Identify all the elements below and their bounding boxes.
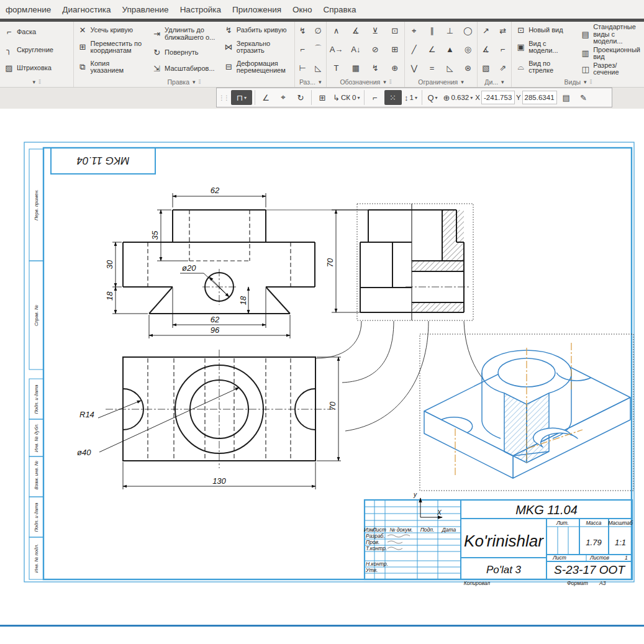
grid-toggle-button[interactable]: ⊞ <box>314 90 330 105</box>
ortho-toggle-button[interactable]: ⌐ <box>367 90 383 105</box>
angle-snap-button[interactable]: ∠ <box>258 90 274 105</box>
section-line-icon[interactable]: ⊘ <box>367 41 384 58</box>
projection-view-button[interactable]: ▥ Проекционный вид <box>578 46 642 61</box>
trim-curve-button[interactable]: ✕ Усечь кривую <box>76 25 150 35</box>
radial-dimension-icon[interactable]: ⌒ <box>311 41 325 58</box>
group-expand-caret[interactable]: ▾ <box>584 79 587 85</box>
side-section-view[interactable] <box>357 204 473 320</box>
group-expand-caret[interactable]: ▾ <box>501 79 504 85</box>
menu-item-spravka[interactable]: Справка <box>317 2 361 17</box>
align-icon[interactable]: ╱ <box>406 41 422 58</box>
parallel-icon[interactable]: ∥ <box>424 22 440 39</box>
linear-dimension-icon[interactable]: ⌐ <box>295 41 310 58</box>
deform-button[interactable]: ⊟ Деформация перемещением <box>222 60 293 75</box>
auto-constraints-icon[interactable]: ⊛ <box>460 60 476 76</box>
group-expand-caret[interactable]: ▾ <box>193 79 196 85</box>
chamfer-label: Фаска <box>17 29 36 35</box>
group-grip[interactable]: ⁞⁞ <box>199 79 201 85</box>
measure-node-icon[interactable]: ⌐ <box>496 41 510 58</box>
group-grip[interactable]: ⁞⁞ <box>590 79 592 85</box>
local-snap-icon: ⌖ <box>281 93 285 102</box>
zoom-selector[interactable]: ⊕ 0.632 ▾ <box>442 90 474 105</box>
roughness-icon[interactable]: ∧ <box>328 22 345 39</box>
view-by-arrow-button[interactable]: ⌓ Вид по стрелке <box>514 60 578 75</box>
cursor-x-input[interactable]: -241.753 <box>481 91 515 104</box>
rounding-icon: ⁙ <box>389 93 396 102</box>
local-snap-button[interactable]: ⌖ <box>275 90 291 105</box>
datum-icon[interactable]: ⊻ <box>367 22 384 39</box>
group-expand-caret[interactable]: ▾ <box>383 79 386 85</box>
quick-divide-icon[interactable]: ↯ <box>367 60 384 76</box>
leader-branch-icon[interactable]: A↓ <box>347 41 364 58</box>
split-curve-button[interactable]: ↯ Разбить кривую <box>222 25 293 35</box>
scale-button[interactable]: ⇲ Масштабиров... <box>150 64 222 73</box>
mirror-button[interactable]: ⋈ Зеркально отразить <box>222 40 293 55</box>
table-icon[interactable]: ▦ <box>347 60 364 76</box>
baseline-dimension-icon[interactable]: ⊢ <box>295 60 310 76</box>
fix-icon[interactable]: ▲ <box>442 41 458 58</box>
sheet-frame-labels: Перв. примен. Справ. № Подп. и дата Инв.… <box>34 155 129 573</box>
auto-dimension-icon[interactable]: ↯ <box>295 22 310 39</box>
extend-button[interactable]: ⇥ Удлинить до ближайшего о... <box>150 26 222 41</box>
group-expand-caret[interactable]: ▾ <box>32 79 35 85</box>
perpendicular-icon[interactable]: ⊥ <box>442 22 458 39</box>
rounding-toggle-button[interactable]: ⁙ <box>384 90 402 105</box>
cursor-y-input[interactable]: 285.6341 <box>522 91 557 104</box>
section-view-button[interactable]: ◫ Разрез/сечение <box>578 61 642 76</box>
menu-item-okno[interactable]: Окно <box>287 2 317 17</box>
rotate-button[interactable]: ↻ Повернуть <box>150 48 222 57</box>
roughness-param-icon[interactable]: ∡ <box>347 22 364 39</box>
chamfer-button[interactable]: ⌐ Фаска <box>2 27 71 37</box>
tangent-icon[interactable]: ◯ <box>460 22 476 39</box>
csys-selector[interactable]: ↳ СК 0 ▾ <box>332 90 361 105</box>
point-on-curve-icon[interactable]: ⌖ <box>406 22 422 39</box>
angle-constraint-icon[interactable]: ∠ <box>424 41 440 58</box>
menu-item-prilozheniya[interactable]: Приложения <box>227 2 287 17</box>
measure-angle-icon[interactable]: ∡ <box>478 41 493 58</box>
group-grip[interactable]: ⁞⁞ <box>389 79 391 85</box>
group-expand-caret[interactable]: ▾ <box>319 79 322 85</box>
group-grip[interactable]: ⁞⁞ <box>39 79 40 85</box>
area-properties-icon[interactable]: ▧ <box>478 60 493 76</box>
measure-distance-icon[interactable]: ↗ <box>478 22 493 39</box>
fillet-button[interactable]: ╮ Скругление <box>2 45 71 55</box>
top-view[interactable]: 130 70 R14 ø40 <box>77 350 341 489</box>
deform-label: Деформация перемещением <box>237 60 286 74</box>
placement-mark-icon[interactable]: ⊞ <box>386 41 403 58</box>
standard-views-button[interactable]: ▤ Стандартные виды с модели... <box>578 23 642 45</box>
leader-icon[interactable]: A→ <box>328 41 345 58</box>
toolbar-grip[interactable]: ⋮⋮ <box>219 94 229 101</box>
front-view[interactable]: 62 35 30 18 ø20 18 62 96 70 <box>105 186 368 338</box>
magnifier-selector[interactable]: Q ▾ <box>425 90 441 105</box>
symmetry-icon[interactable]: ◺ <box>442 60 458 76</box>
center-mark-icon[interactable]: ⊕ <box>386 60 403 76</box>
mass-properties-icon[interactable]: ⇗ <box>496 60 510 76</box>
view-label-icon[interactable]: ⊡ <box>386 22 403 39</box>
measure-tool-button[interactable]: ▤ <box>558 90 574 105</box>
group-expand-caret[interactable]: ▾ <box>461 79 464 85</box>
round-snap-button[interactable]: ↻ <box>293 90 309 105</box>
menu-item-upravlenie[interactable]: Управление <box>117 2 175 17</box>
eyedropper-button[interactable]: ✎ <box>576 90 592 105</box>
hatch-button[interactable]: ▨ Штриховка <box>2 63 71 73</box>
dimension-step-selector[interactable]: ↕ 1 ▾ <box>403 90 419 105</box>
drawing-canvas[interactable]: Перв. примен. Справ. № Подп. и дата Инв.… <box>0 109 644 644</box>
new-view-button[interactable]: ⊡ Новый вид <box>514 25 578 35</box>
concentric-icon[interactable]: ◎ <box>460 41 476 58</box>
menu-item-diagnostika[interactable]: Диагностика <box>57 2 116 17</box>
angle-dimension-icon[interactable]: ◺ <box>311 60 325 76</box>
menu-item-oformlenie[interactable]: формление <box>0 2 57 17</box>
move-by-coords-icon: ⊞ <box>78 43 88 51</box>
view-from-model-button[interactable]: ▣ Вид с модели... <box>514 40 578 55</box>
measure-chain-icon[interactable]: ⇄ <box>496 22 510 39</box>
isometric-view[interactable] <box>420 334 633 491</box>
svg-text:Лист: Лист <box>552 555 566 561</box>
diameter-dimension-icon[interactable]: ∅ <box>311 22 325 39</box>
text-icon[interactable]: T <box>328 60 345 76</box>
merge-points-icon[interactable]: ⋁ <box>406 60 422 76</box>
copy-by-point-button[interactable]: ⧉ Копия указанием <box>76 60 150 75</box>
equal-icon[interactable]: = <box>424 60 440 76</box>
move-by-coords-button[interactable]: ⊞ Переместить по координатам <box>76 40 150 55</box>
menu-item-nastroika[interactable]: Настройка <box>175 2 227 17</box>
snap-toggle-button[interactable]: ⊓ ▾ <box>231 90 252 105</box>
